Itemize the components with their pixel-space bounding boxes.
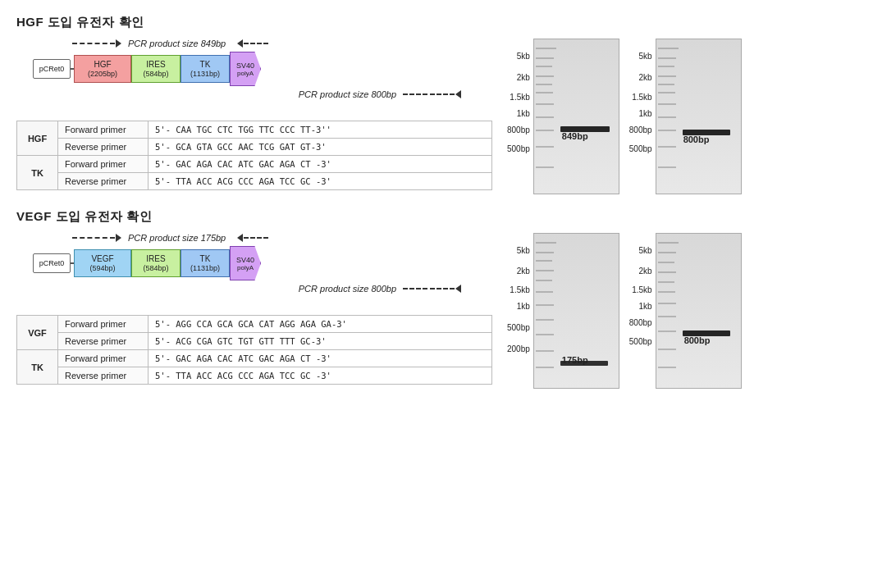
ladder-band xyxy=(658,103,676,105)
hgf-left-col: PCR product size 849bp pCRet0 HGF(2205bp… xyxy=(16,39,492,190)
vegf-pCRet-box: pCRet0 xyxy=(33,253,71,273)
ladder-band xyxy=(536,291,553,293)
hgf-gel1-box: 849bp xyxy=(533,39,619,194)
hgf-rev-seq: 5'- GCA GTA GCC AAC TCG GAT GT-3' xyxy=(149,139,492,156)
vegf-gel2-labels: 5kb 2kb 1.5kb 1kb 800bp 500bp xyxy=(629,233,656,353)
ladder-band xyxy=(658,92,675,93)
vegf-gel2-label-1kb: 1kb xyxy=(639,297,652,315)
vegf-gel1: 5kb 2kb 1.5kb 1kb 500bp 200bp xyxy=(507,233,619,389)
hgf-arrow-right xyxy=(116,39,121,48)
vegf-rev-seq: 5'- ACG CGA GTC TGT GTT TTT GC-3' xyxy=(149,333,492,350)
table-row: HGF Forward primer 5'- CAA TGC CTC TGG T… xyxy=(17,121,492,139)
ladder-band xyxy=(536,84,552,85)
ladder-band xyxy=(658,48,679,49)
hgf-primer-table: HGF Forward primer 5'- CAA TGC CTC TGG T… xyxy=(16,121,492,190)
ladder-band xyxy=(536,103,554,105)
hgf-sv40-box: SV40polyA xyxy=(230,52,261,86)
hgf-tk-label: TK xyxy=(17,156,58,190)
vegf-gel2-label-500bp: 500bp xyxy=(629,330,652,353)
hgf-gel1-label-2kb: 2kb xyxy=(517,65,530,89)
ladder-band xyxy=(658,84,674,85)
hgf-top-arrows xyxy=(72,39,121,48)
hgf-ires-box: IRES(584bp) xyxy=(131,55,181,83)
tk-fwd-label-hgf: Forward primer xyxy=(58,156,149,173)
vegf-gel2-label-2kb: 2kb xyxy=(639,259,652,282)
vegf-dashed-line-bottom1 xyxy=(403,288,427,289)
table-row: TK Forward primer 5'- GAC AGA CAC ATC GA… xyxy=(17,156,492,173)
hgf-arrow-left-top xyxy=(237,39,243,48)
vegf-pcr-top-label: PCR product size 175bp xyxy=(128,233,226,243)
hgf-gel2-label-800bp: 800bp xyxy=(629,122,652,137)
vegf-arrow-left-top xyxy=(237,234,243,242)
hgf-gel2-labels: 5kb 2kb 1.5kb 1kb 800bp 500bp xyxy=(629,39,656,160)
vegf-bottom-arrows xyxy=(403,285,461,293)
hgf-gel2-label-15kb: 1.5kb xyxy=(632,89,651,104)
ladder-band xyxy=(658,291,675,293)
ladder-band xyxy=(536,242,556,244)
vegf-tk-label: TK xyxy=(17,350,58,385)
ladder-band xyxy=(658,330,676,332)
ladder-band xyxy=(658,367,676,368)
hgf-gel1-label-1kb: 1kb xyxy=(517,104,530,122)
hgf-diagram: PCR product size 849bp pCRet0 HGF(2205bp… xyxy=(16,39,492,112)
table-row: Reverse primer 5'- GCA GTA GCC AAC TCG G… xyxy=(17,139,492,156)
vegf-arrow-right xyxy=(116,234,121,242)
hgf-dashed-line-bottom1 xyxy=(403,93,427,95)
hgf-gel1-band-label: 849bp xyxy=(562,131,588,141)
hgf-fwd-seq: 5'- CAA TGC CTC TGG TTC CCC TT-3'' xyxy=(149,121,492,139)
vegf-pcr-bottom-label: PCR product size 800bp xyxy=(299,284,396,294)
vegf-arrow-left-bottom xyxy=(455,285,461,293)
hgf-dashed-line-bottom2 xyxy=(430,93,455,95)
table-row: VGF Forward primer 5'- AGG CCA GCA GCA C… xyxy=(17,316,492,333)
ladder-band xyxy=(658,281,674,283)
tk-rev-label-hgf: Reverse primer xyxy=(58,173,149,190)
vegf-gel2-box: 800bp xyxy=(656,233,742,389)
hgf-dashed-line-top xyxy=(72,43,115,44)
vegf-gel2-band-label: 800bp xyxy=(684,335,711,345)
hgf-gel1-label-15kb: 1.5kb xyxy=(510,89,529,104)
hgf-pCRet-box: pCRet0 xyxy=(33,59,71,79)
ladder-band xyxy=(536,66,552,67)
vegf-gel1-label-5kb: 5kb xyxy=(517,241,530,259)
ladder-band xyxy=(658,66,674,67)
tk-rev-seq-hgf: 5'- TTA ACC ACG CCC AGA TCC GC -3' xyxy=(149,173,492,190)
hgf-fwd-label: Forward primer xyxy=(58,121,149,139)
hgf-gel2-label-2kb: 2kb xyxy=(639,65,652,89)
hgf-gel1: 5kb 2kb 1.5kb 1kb 800bp 500bp xyxy=(507,39,619,194)
hgf-bottom-arrows xyxy=(403,90,461,98)
ladder-band xyxy=(658,146,676,148)
hgf-section: HGF 도입 유전자 확인 PCR product size 849bp xyxy=(16,15,857,194)
ladder-band xyxy=(536,57,554,59)
hgf-gel2-box: 800bp xyxy=(656,39,742,194)
vegf-section: VEGF 도입 유전자 확인 PCR product size 175bp xyxy=(16,209,857,389)
ladder-band xyxy=(536,304,554,306)
ladder-band xyxy=(536,252,554,253)
ladder-band xyxy=(536,166,554,168)
hgf-gel2-band-label: 800bp xyxy=(683,134,710,144)
vegf-rev-label: Reverse primer xyxy=(58,333,149,350)
tk-fwd-seq-hgf: 5'- GAC AGA CAC ATC GAC AGA CT -3' xyxy=(149,156,492,173)
ladder-band xyxy=(536,260,552,262)
vegf-fwd-seq: 5'- AGG CCA GCA GCA CAT AGG AGA GA-3' xyxy=(149,316,492,333)
ladder-band xyxy=(658,303,676,304)
ladder-band xyxy=(536,130,554,131)
hgf-tk-box: TK(1131bp) xyxy=(181,55,230,83)
ladder-band xyxy=(536,319,554,321)
ladder-band xyxy=(658,316,676,317)
vegf-gel1-band-label: 175bp xyxy=(562,355,588,365)
ladder-band xyxy=(658,75,676,77)
table-row: Reverse primer 5'- ACG CGA GTC TGT GTT T… xyxy=(17,333,492,350)
ladder-band xyxy=(536,280,552,281)
hgf-top-arrows2 xyxy=(237,39,268,48)
hgf-arrow-left-bottom xyxy=(455,90,461,98)
hgf-title: HGF 도입 유전자 확인 xyxy=(16,15,857,30)
hgf-pcr-top-label: PCR product size 849bp xyxy=(128,39,226,48)
vegf-tk-box: TK(1131bp) xyxy=(181,249,230,277)
vegf-dashed-line-top2 xyxy=(244,237,268,239)
hgf-gel2-label-5kb: 5kb xyxy=(639,47,652,65)
vegf-left-col: PCR product size 175bp pCRet0 VEGF(594bp… xyxy=(16,233,492,385)
vegf-fwd-label: Forward primer xyxy=(58,316,149,333)
vegf-gel1-box: 175bp xyxy=(533,233,619,389)
ladder-band xyxy=(658,166,676,168)
ladder-band xyxy=(536,75,554,77)
